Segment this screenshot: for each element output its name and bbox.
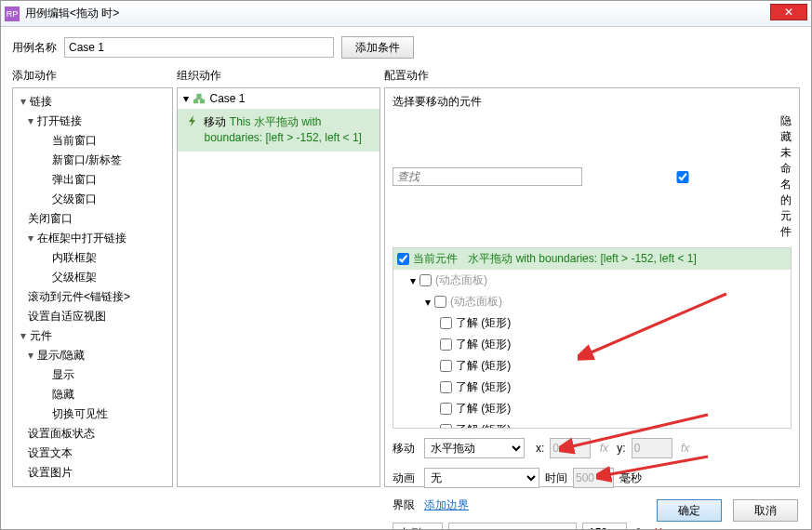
x-input[interactable] xyxy=(550,438,591,458)
case-node[interactable]: ▾ Case 1 xyxy=(178,88,379,109)
widget-check[interactable] xyxy=(397,253,409,265)
widget-item[interactable]: 了解 (矩形) xyxy=(393,334,791,355)
widget-item[interactable]: 了解 (矩形) xyxy=(393,398,791,419)
y-label: y: xyxy=(617,442,625,455)
anim-label: 动画 xyxy=(393,470,419,486)
widget-item[interactable]: 了解 (矩形) xyxy=(393,377,791,398)
tree-set-adaptive[interactable]: 设置自适应视图 xyxy=(15,307,170,326)
add-action-header: 添加动作 xyxy=(12,68,173,87)
select-widget-label: 选择要移动的元件 xyxy=(393,94,792,110)
tree-widgets[interactable]: 元件 xyxy=(15,326,170,346)
move-type-select[interactable]: 水平拖动 xyxy=(424,438,525,458)
case-label: Case 1 xyxy=(209,92,245,105)
delete-bound-icon[interactable]: ✖ xyxy=(653,525,664,530)
bound1-op[interactable]: > xyxy=(448,523,577,530)
time-label: 时间 xyxy=(545,470,567,486)
add-condition-button[interactable]: 添加条件 xyxy=(341,36,414,59)
action-prefix: 移动 xyxy=(204,115,229,128)
caret-icon: ▾ xyxy=(183,92,189,105)
tree-inline-frame[interactable]: 内联框架 xyxy=(15,248,170,268)
fx-icon[interactable]: fx xyxy=(678,442,693,455)
tree-scroll-to[interactable]: 滚动到元件<锚链接> xyxy=(15,287,170,307)
widget-item[interactable]: 了解 (矩形) xyxy=(393,312,791,334)
hide-unnamed-checkbox[interactable]: 隐藏未命名的元件 xyxy=(588,113,792,240)
tree-links[interactable]: 链接 xyxy=(15,92,170,112)
tree-toggle[interactable]: 切换可见性 xyxy=(15,404,170,424)
close-button[interactable]: ✕ xyxy=(770,4,807,20)
tree-close-win[interactable]: 关闭窗口 xyxy=(15,209,170,229)
move-label: 移动 xyxy=(393,441,419,457)
tree-panel-state[interactable]: 设置面板状态 xyxy=(15,424,170,444)
svg-rect-0 xyxy=(193,99,198,103)
search-input[interactable] xyxy=(393,167,582,186)
cancel-button[interactable]: 取消 xyxy=(733,499,798,522)
x-label: x: xyxy=(536,442,544,455)
case-name-label: 用例名称 xyxy=(12,40,57,56)
tree-set-text[interactable]: 设置文本 xyxy=(15,444,170,463)
widget-item[interactable]: 了解 (矩形) xyxy=(393,355,791,377)
tree-set-selected[interactable]: 设置选中 xyxy=(15,483,170,486)
tree-open-in-frame[interactable]: 在框架中打开链接 xyxy=(15,229,170,248)
fx-button[interactable]: fx xyxy=(632,526,647,530)
add-boundary-link[interactable]: 添加边界 xyxy=(424,497,469,513)
fx-icon[interactable]: fx xyxy=(596,442,611,455)
cfg-action-header: 配置动作 xyxy=(384,68,800,87)
tree-popup[interactable]: 弹出窗口 xyxy=(15,170,170,190)
tree-set-image[interactable]: 设置图片 xyxy=(15,463,170,483)
y-input[interactable] xyxy=(632,438,672,458)
tree-cur-win[interactable]: 当前窗口 xyxy=(15,131,170,151)
widget-dp[interactable]: ▾(动态面板) xyxy=(393,270,791,291)
bound1-value[interactable] xyxy=(582,523,627,530)
tree-hide[interactable]: 隐藏 xyxy=(15,385,170,404)
tree-parent-frame[interactable]: 父级框架 xyxy=(15,268,170,287)
anim-select[interactable]: 无 xyxy=(424,468,539,488)
limit-label: 界限 xyxy=(393,497,419,513)
widget-tree[interactable]: 当前元件 水平拖动 with boundaries: [left > -152,… xyxy=(393,247,792,429)
time-input[interactable] xyxy=(573,468,614,488)
bound1-side[interactable]: 左侧 xyxy=(393,523,443,530)
case-name-input[interactable] xyxy=(64,37,334,58)
widget-item[interactable]: 了解 (矩形) xyxy=(393,419,791,429)
tree-parent-win[interactable]: 父级窗口 xyxy=(15,190,170,209)
lightning-icon xyxy=(187,115,198,126)
action-tree[interactable]: 链接 打开链接 当前窗口 新窗口/新标签 弹出窗口 父级窗口 关闭窗口 在框架中… xyxy=(13,88,172,486)
app-icon: RP xyxy=(5,7,20,21)
titlebar: RP 用例编辑<拖动 时> ✕ xyxy=(1,1,811,27)
ok-button[interactable]: 确定 xyxy=(657,499,722,522)
ms-label: 毫秒 xyxy=(619,470,642,486)
tree-show[interactable]: 显示 xyxy=(15,365,170,385)
tree-show-hide[interactable]: 显示/隐藏 xyxy=(15,346,170,365)
widget-current[interactable]: 当前元件 水平拖动 with boundaries: [left > -152,… xyxy=(393,248,791,270)
window-title: 用例编辑<拖动 时> xyxy=(25,6,119,21)
tree-open-link[interactable]: 打开链接 xyxy=(15,112,170,131)
case-icon xyxy=(193,92,206,105)
svg-rect-1 xyxy=(200,99,205,103)
org-action-header: 组织动作 xyxy=(177,68,380,87)
move-action[interactable]: 移动 This 水平拖动 with boundaries: [left > -1… xyxy=(178,109,379,152)
svg-rect-2 xyxy=(197,94,202,98)
tree-new-win[interactable]: 新窗口/新标签 xyxy=(15,151,170,170)
widget-dp2[interactable]: ▾(动态面板) xyxy=(393,291,791,312)
